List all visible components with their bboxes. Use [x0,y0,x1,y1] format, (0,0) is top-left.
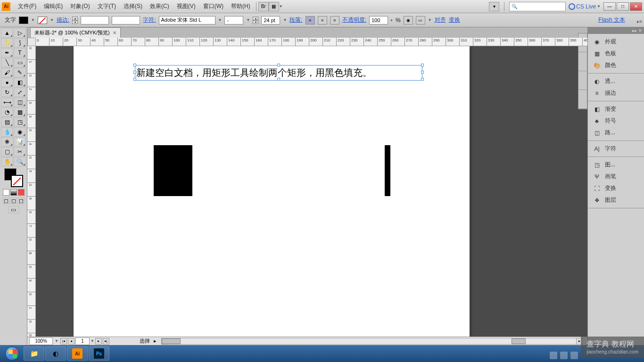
menu-effect[interactable]: 效果(C) [146,0,173,12]
ruler-origin[interactable] [27,38,36,46]
size-down[interactable]: ▾ [253,20,258,24]
free-transform-tool[interactable]: ◫ [14,98,26,107]
vertical-ruler[interactable]: 0102030405060708090100110120 [27,46,36,337]
panel-symbols[interactable]: ♣符号 [588,115,644,127]
task-explorer[interactable]: 📁 [24,346,44,361]
color-mode-none[interactable] [18,189,25,196]
eyedropper-tool[interactable]: 💧 [1,127,13,137]
selection-handle[interactable] [133,71,136,74]
tray-icon[interactable] [550,352,557,359]
document-tab[interactable]: 未标题-2* @ 100% (CMYK/预览) ✕ [30,27,121,38]
next-page-button[interactable]: ▸ [95,338,102,345]
zoom-input[interactable] [29,337,53,345]
page-input[interactable] [75,337,90,345]
font-family-input[interactable] [159,16,215,25]
draw-behind[interactable]: ◻ [10,197,17,204]
chevron-down-icon[interactable]: ▼ [279,4,283,8]
start-button[interactable] [2,346,23,361]
opacity-input[interactable] [369,16,388,25]
menu-file[interactable]: 文件(F) [14,0,40,12]
size-up[interactable]: ▴ [253,16,258,20]
perspective-tool[interactable]: ▦ [14,107,26,117]
pencil-tool[interactable]: ✎ [14,68,26,77]
panel-color[interactable]: 🎨颜色 [588,59,644,71]
draw-normal[interactable]: ◻ [3,197,9,204]
maximize-button[interactable]: □ [617,2,629,11]
character-link[interactable]: 字符: [143,16,156,24]
black-rectangle-2[interactable] [385,145,390,196]
graph-tool[interactable]: 📊 [14,137,26,147]
panel-graphic-styles[interactable]: ◫路... [588,127,644,139]
collapsed-panel[interactable] [578,52,587,71]
rectangle-tool[interactable]: ▭ [14,58,26,67]
close-button[interactable]: ✕ [630,2,642,11]
menu-view[interactable]: 视图(V) [173,0,199,12]
type-tool[interactable]: T [14,48,26,58]
direct-selection-tool[interactable]: ▷ [14,28,26,38]
menu-window[interactable]: 窗口(W) [199,0,227,12]
stroke-down[interactable]: ▾ [72,20,78,24]
collapsed-panel[interactable] [578,71,587,90]
blend-tool[interactable]: ◉ [14,127,26,137]
panel-gradient[interactable]: ◧渐变 [588,103,644,115]
stroke-swatch[interactable] [38,16,47,24]
fill-stroke-indicator[interactable] [4,168,23,187]
eraser-tool[interactable]: ◧ [14,78,26,87]
arrange-docs-icon[interactable]: ▦ [269,2,279,11]
horizontal-ruler[interactable]: 0102030405060708090100110120130140150160… [36,38,587,46]
selection-handle[interactable] [133,64,136,66]
tab-close-icon[interactable]: ✕ [113,30,116,35]
menu-type[interactable]: 文字(T) [94,0,120,12]
align-left-button[interactable]: ≡ [305,16,315,25]
tray-icon[interactable] [560,352,568,359]
selection-handle[interactable] [277,64,280,66]
paragraph-link[interactable]: 段落: [289,16,302,24]
rotate-tool[interactable]: ↻ [1,88,13,97]
panel-appearance[interactable]: ◉外观 [588,36,644,48]
color-mode-solid[interactable] [3,189,9,196]
envelope-button[interactable]: ▭ [416,16,425,25]
menu-help[interactable]: 帮助(H) [227,0,254,12]
status-menu-icon[interactable]: ▸ [154,338,157,344]
last-page-button[interactable]: ▸| [103,338,109,345]
recolor-button[interactable]: ◉ [404,16,413,25]
blob-brush-tool[interactable]: ● [1,78,13,87]
scrollbar-thumb[interactable] [512,338,526,344]
menu-edit[interactable]: 编辑(E) [40,0,66,12]
tray-icon[interactable] [570,352,578,359]
panel-layers[interactable]: ❖图层 [588,194,644,206]
panel-brushes[interactable]: Ψ画笔 [588,171,644,182]
first-page-button[interactable]: |◂ [60,338,67,345]
selection-handle[interactable] [277,78,280,81]
align-panel-link[interactable]: 对齐 [435,16,446,24]
menu-object[interactable]: 对象(O) [66,0,93,12]
selection-handle[interactable] [421,64,424,66]
stroke-link[interactable]: 描边: [57,16,69,24]
artboard-tool[interactable]: ▢ [1,147,13,156]
pen-tool[interactable]: ✒ [1,48,13,58]
stroke-up[interactable]: ▴ [72,16,78,20]
collapsed-panel[interactable] [578,90,587,109]
align-right-button[interactable]: ≡ [330,16,339,25]
shape-builder-tool[interactable]: ◔ [1,107,13,117]
task-app[interactable]: ◐ [45,346,66,361]
menu-select[interactable]: 选择(S) [120,0,146,12]
horizontal-scrollbar[interactable]: ◂ ▸ [161,338,583,345]
screen-mode[interactable]: ▭ [8,206,19,214]
black-rectangle-1[interactable] [154,145,192,196]
cs-live-button[interactable]: CS Live ▼ [569,3,601,10]
scrollbar-thumb[interactable] [162,338,181,344]
prev-page-button[interactable]: ◂ [68,338,74,345]
task-illustrator[interactable]: Ai [67,346,88,361]
panel-character[interactable]: A|字符 [588,143,644,155]
symbol-sprayer-tool[interactable]: ❋ [1,137,13,147]
fill-swatch[interactable] [19,16,28,24]
stroke-weight-input[interactable] [81,16,109,25]
bridge-icon[interactable]: Br [258,2,269,11]
zoom-tool[interactable]: 🔍 [14,157,26,166]
paintbrush-tool[interactable]: 🖌 [1,68,13,77]
stroke-color-icon[interactable] [11,175,23,187]
line-tool[interactable]: ╲ [1,58,13,67]
font-style-input[interactable] [224,16,243,25]
workspace-switcher[interactable]: ▾ [489,2,499,11]
